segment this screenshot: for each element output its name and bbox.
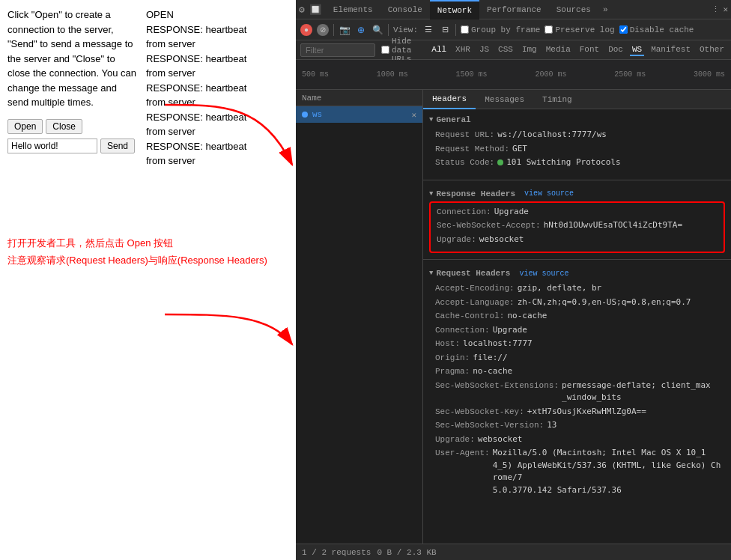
disable-cache-input[interactable] bbox=[619, 25, 628, 34]
request-close-btn[interactable]: ✕ bbox=[411, 110, 416, 120]
devtools-icon[interactable]: ⚙ bbox=[299, 4, 305, 16]
search-button[interactable]: 🔍 bbox=[371, 24, 383, 36]
filter-bar: Hide data URLs All XHR JS CSS Img Media … bbox=[296, 40, 731, 60]
separator2 bbox=[388, 24, 389, 36]
req-accept-encoding-row: Accept-Encoding: gzip, deflate, br bbox=[435, 282, 725, 295]
response-log: OPEN RESPONSE: heartbeatfrom server RESP… bbox=[146, 7, 296, 168]
req-upgrade-row: Upgrade: websocket bbox=[435, 433, 725, 446]
filter-tab-media[interactable]: Media bbox=[544, 44, 573, 56]
filter-tab-css[interactable]: CSS bbox=[496, 44, 515, 56]
filter-tab-js[interactable]: JS bbox=[477, 44, 491, 56]
view-label: View: bbox=[393, 25, 418, 34]
response-line-6: RESPONSE: heartbeatfrom server bbox=[146, 139, 296, 168]
clear-button[interactable]: ⊘ bbox=[317, 24, 329, 36]
input-row: Send bbox=[7, 139, 139, 153]
req-accept-language-row: Accept-Language: zh-CN,zh;q=0.9,en-US;q=… bbox=[435, 296, 725, 309]
list-view-icon[interactable]: ☰ bbox=[422, 24, 434, 36]
close-devtools-icon[interactable]: ✕ bbox=[723, 4, 728, 14]
filter-tab-doc[interactable]: Doc bbox=[606, 44, 625, 56]
camera-button[interactable]: 📷 bbox=[339, 24, 351, 36]
preserve-log-checkbox[interactable]: Preserve log bbox=[545, 25, 614, 34]
timeline-markers: 500 ms 1000 ms 1500 ms 2000 ms 2500 ms 3… bbox=[302, 70, 725, 79]
filter-input[interactable] bbox=[300, 43, 375, 57]
request-method-row: Request Method: GET bbox=[435, 143, 725, 156]
tab-icons: ⋮ ✕ bbox=[712, 4, 728, 14]
response-headers-view-source[interactable]: view source bbox=[524, 189, 574, 198]
devtools-panel: ⚙ 🔲 Elements Console Network Performance… bbox=[296, 0, 731, 560]
general-section: ▼ General Request URL: ws://localhost:77… bbox=[423, 109, 731, 177]
requests-count: 1 / 2 requests bbox=[302, 548, 371, 557]
filter-tab-font[interactable]: Font bbox=[577, 44, 601, 56]
preserve-log-input[interactable] bbox=[545, 25, 553, 34]
status-code-row: Status Code: 101 Switching Protocols bbox=[435, 156, 725, 169]
detail-tab-timing[interactable]: Timing bbox=[533, 90, 581, 109]
close-button[interactable]: Close bbox=[46, 119, 82, 134]
separator3 bbox=[455, 24, 456, 36]
detail-tab-headers[interactable]: Headers bbox=[423, 90, 476, 109]
tab-network[interactable]: Network bbox=[430, 0, 479, 19]
request-list: Name ws ✕ bbox=[296, 90, 423, 544]
detail-panel: Headers Messages Timing ▼ General Reques… bbox=[423, 90, 731, 544]
response-headers-section: ▼ Response Headers view source Connectio… bbox=[423, 183, 731, 257]
record-button[interactable]: ● bbox=[300, 24, 312, 36]
general-content: Request URL: ws://localhost:7777/ws Requ… bbox=[429, 127, 725, 174]
req-connection-row: Connection: Upgrade bbox=[435, 324, 725, 337]
filter-tab-manifest[interactable]: Manifest bbox=[649, 44, 693, 56]
tab-bar: ⚙ 🔲 Elements Console Network Performance… bbox=[296, 0, 731, 19]
response-headers-triangle-icon: ▼ bbox=[429, 190, 433, 198]
toolbar: ● ⊘ 📷 ⊕ 🔍 View: ☰ ⊟ Group by frame Prese… bbox=[296, 19, 731, 40]
left-panel: Click "Open" to create a connection to t… bbox=[0, 0, 296, 560]
tab-sources[interactable]: Sources bbox=[549, 0, 598, 19]
send-button[interactable]: Send bbox=[100, 139, 135, 153]
response-line-4: RESPONSE: heartbeatfrom server bbox=[146, 81, 296, 110]
filter-tab-xhr[interactable]: XHR bbox=[453, 44, 473, 56]
disable-cache-checkbox[interactable]: Disable cache bbox=[619, 25, 694, 34]
annotation-line2: 注意观察请求(Request Headers)与响应(Response Head… bbox=[7, 252, 288, 269]
filter-tab-ws[interactable]: WS bbox=[630, 44, 644, 56]
resp-upgrade-row: Upgrade: websocket bbox=[437, 234, 724, 246]
hide-data-input[interactable] bbox=[381, 46, 389, 54]
req-host-row: Host: localhost:7777 bbox=[435, 338, 725, 350]
main-content: Name ws ✕ Headers Messages Timing bbox=[296, 90, 731, 544]
request-headers-view-source[interactable]: view source bbox=[519, 270, 568, 278]
message-input[interactable] bbox=[7, 139, 97, 153]
resp-connection-row: Connection: Upgrade bbox=[437, 206, 724, 219]
request-item-ws[interactable]: ws ✕ bbox=[296, 106, 422, 123]
filter-button[interactable]: ⊕ bbox=[355, 24, 367, 36]
detail-tabs: Headers Messages Timing bbox=[423, 90, 731, 109]
buttons-row: Open Close bbox=[7, 119, 139, 134]
response-headers-content: Connection: Upgrade Sec-WebSocket-Accept… bbox=[431, 204, 724, 251]
request-headers-triangle-icon: ▼ bbox=[429, 270, 433, 277]
timeline: 500 ms 1000 ms 1500 ms 2000 ms 2500 ms 3… bbox=[296, 60, 731, 90]
request-headers-content: Accept-Encoding: gzip, deflate, br Accep… bbox=[429, 281, 725, 501]
group-by-frame-checkbox[interactable]: Group by frame bbox=[461, 25, 540, 34]
waterfall-view-icon[interactable]: ⊟ bbox=[439, 24, 451, 36]
ellipsis-icon[interactable]: ⋮ bbox=[712, 4, 720, 14]
more-tabs-icon[interactable]: » bbox=[598, 5, 613, 14]
response-line-2: RESPONSE: heartbeatfrom server bbox=[146, 22, 296, 52]
filter-tab-img[interactable]: Img bbox=[520, 44, 539, 56]
response-line-5: RESPONSE: heartbeatfrom server bbox=[146, 110, 296, 139]
divider1 bbox=[423, 180, 731, 180]
resp-sec-ws-accept-row: Sec-WebSocket-Accept: hNt0d1OUwvUEsaTOCl… bbox=[437, 219, 724, 232]
status-green-dot bbox=[497, 159, 503, 165]
description-text: Click "Open" to create a connection to t… bbox=[7, 7, 139, 110]
request-headers-header[interactable]: ▼ Request Headers view source bbox=[429, 266, 725, 281]
filter-tab-all[interactable]: All bbox=[429, 44, 449, 56]
request-list-header: Name bbox=[296, 90, 422, 106]
tab-console[interactable]: Console bbox=[380, 0, 430, 19]
inspect-icon[interactable]: 🔲 bbox=[309, 4, 321, 16]
tab-performance[interactable]: Performance bbox=[479, 0, 549, 19]
request-url-row: Request URL: ws://localhost:7777/ws bbox=[435, 129, 725, 141]
general-header[interactable]: ▼ General bbox=[429, 112, 725, 127]
open-button[interactable]: Open bbox=[7, 119, 43, 134]
response-headers-highlight: Connection: Upgrade Sec-WebSocket-Accept… bbox=[429, 201, 725, 254]
detail-tab-messages[interactable]: Messages bbox=[476, 90, 533, 109]
filter-tab-other[interactable]: Other bbox=[697, 44, 727, 56]
tab-elements[interactable]: Elements bbox=[326, 0, 380, 19]
filter-type-tabs: All XHR JS CSS Img Media Font Doc WS Man… bbox=[429, 44, 727, 56]
annotation-line1: 打开开发者工具，然后点击 Open 按钮 bbox=[7, 234, 288, 252]
req-sec-ws-ext-row: Sec-WebSocket-Extensions: permessage-def… bbox=[435, 380, 725, 404]
group-by-frame-input[interactable] bbox=[461, 25, 469, 34]
response-headers-header[interactable]: ▼ Response Headers view source bbox=[429, 186, 725, 201]
